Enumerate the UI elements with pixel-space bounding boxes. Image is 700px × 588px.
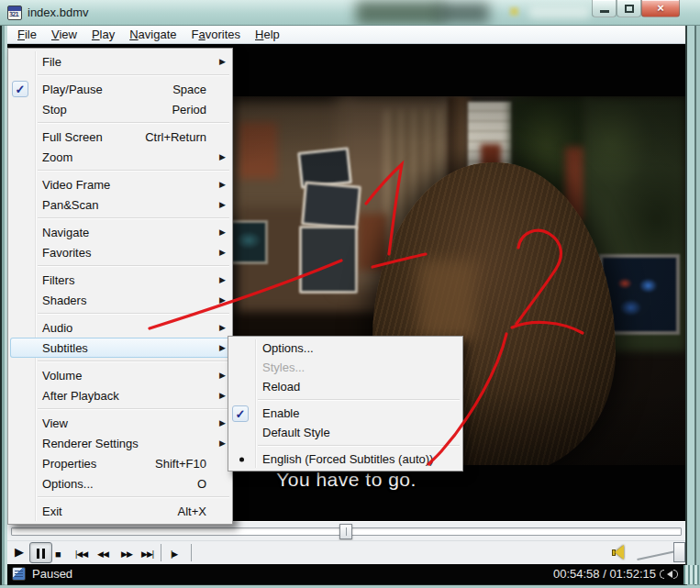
- menu-item-view[interactable]: View▶: [8, 413, 232, 433]
- menu-item-label: Navigate: [42, 226, 89, 239]
- frame-step-icon: |▶: [171, 549, 177, 559]
- app-window: 321 index.bdmv × FileViewPlayNavigateFav…: [0, 0, 700, 588]
- minimize-button[interactable]: [592, 0, 617, 17]
- titlebar-blur-decor: [510, 7, 518, 16]
- menu-item-pan-scan[interactable]: Pan&Scan▶: [8, 194, 232, 215]
- menu-item-label: Video Frame: [42, 178, 110, 192]
- menu-item-label: Options...: [262, 341, 314, 355]
- menu-item-options[interactable]: Options...O: [8, 473, 232, 494]
- titlebar-blur-decor: [528, 6, 591, 18]
- menu-item-favorites[interactable]: Favorites▶: [8, 242, 232, 262]
- menu-item-label: Favorites: [42, 246, 91, 260]
- menubar-item-view[interactable]: View: [44, 26, 84, 43]
- menu-item-filters[interactable]: Filters▶: [8, 270, 232, 290]
- menu-item-volume[interactable]: Volume▶: [8, 365, 232, 385]
- menu-item-after-playback[interactable]: After Playback▶: [8, 385, 232, 405]
- menu-item-video-frame[interactable]: Video Frame▶: [8, 174, 232, 194]
- window-controls: ×: [592, 0, 680, 17]
- pause-button[interactable]: [29, 542, 52, 563]
- menu-item-label: Subtitles: [42, 341, 88, 355]
- menubar-item-text: P: [92, 28, 100, 41]
- menu-item-label: Play/Pause: [42, 83, 103, 96]
- frame-step-button[interactable]: |▶: [171, 549, 177, 560]
- volume-icon[interactable]: [611, 545, 626, 560]
- menu-item-play-pause[interactable]: ✓Play/PauseSpace: [8, 79, 232, 99]
- submenu-arrow-icon: ▶: [216, 227, 226, 237]
- submenu-arrow-icon: ▶: [216, 180, 226, 189]
- menu-item-zoom[interactable]: Zoom▶: [8, 147, 232, 167]
- menu-separator: [38, 496, 229, 497]
- menu-item-shaders[interactable]: Shaders▶: [8, 290, 232, 310]
- play-button[interactable]: ▶: [15, 547, 24, 558]
- menubar-item-file[interactable]: File: [10, 26, 44, 43]
- menu-item-shortcut: Shift+F10: [155, 457, 206, 471]
- stop-button[interactable]: ■: [55, 549, 61, 560]
- skip-forward-icon: ▶▶|: [141, 549, 153, 559]
- menubar-item-play[interactable]: Play: [84, 26, 122, 43]
- menu-item-properties[interactable]: PropertiesShift+F10: [8, 453, 232, 473]
- menubar-item-navigate[interactable]: Navigate: [122, 26, 183, 43]
- app-icon-digits: 321: [9, 11, 20, 19]
- menu-item-label: Audio: [42, 321, 72, 335]
- menu-item-label: Reload: [262, 380, 300, 394]
- menu-item-audio[interactable]: Audio▶: [8, 317, 232, 338]
- menu-separator: [258, 445, 460, 446]
- menu-item-label: Zoom: [42, 150, 72, 164]
- menu-item-exit[interactable]: ExitAlt+X: [8, 501, 232, 521]
- mpc-app-icon[interactable]: 321: [7, 6, 22, 20]
- fast-forward-button[interactable]: ▶▶: [121, 549, 132, 560]
- submenu-arrow-icon: ▶: [216, 391, 226, 400]
- menu-separator: [38, 217, 229, 218]
- menu-item-full-screen[interactable]: Full ScreenCtrl+Return: [8, 127, 232, 147]
- menu-item-file[interactable]: File▶: [8, 51, 232, 72]
- rewind-button[interactable]: ◀◀: [97, 549, 108, 560]
- fast-forward-icon: ▶▶: [121, 549, 132, 559]
- submenu-item-enable[interactable]: ✓Enable: [228, 404, 462, 423]
- menu-item-label: View: [42, 416, 68, 430]
- audio-channels-icon: [660, 568, 680, 581]
- submenu-item-options[interactable]: Options...: [228, 338, 462, 358]
- menubar-item-text: N: [129, 28, 138, 41]
- submenu-item-default-style[interactable]: Default Style: [228, 423, 462, 442]
- toolbar-separator: [191, 544, 192, 561]
- submenu-item-styles: Styles...: [228, 358, 462, 377]
- window-border-left: [0, 26, 7, 588]
- menu-item-shortcut: O: [197, 477, 206, 491]
- menubar-item-text: elp: [263, 28, 279, 41]
- menubar-item-text: ile: [25, 28, 37, 41]
- titlebar[interactable]: 321 index.bdmv ×: [0, 0, 700, 26]
- stop-icon: ■: [55, 549, 61, 560]
- time-display: 00:54:58 / 01:52:15: [553, 564, 656, 584]
- menu-item-label: Stop: [42, 103, 67, 116]
- close-button[interactable]: ×: [641, 0, 680, 17]
- menu-item-renderer-settings[interactable]: Renderer Settings▶: [8, 433, 232, 453]
- maximize-icon: [625, 5, 634, 13]
- menu-separator: [258, 399, 460, 400]
- submenu-item-english-forced-subtitles-auto[interactable]: English (Forced Subtitles (auto)): [228, 449, 462, 469]
- submenu-arrow-icon: ▶: [216, 57, 226, 66]
- menu-item-subtitles[interactable]: Subtitles▶: [10, 338, 230, 358]
- menu-item-label: Full Screen: [42, 130, 103, 144]
- menu-item-shortcut: Period: [172, 103, 206, 116]
- window-border-bottom: [0, 584, 700, 588]
- volume-thumb[interactable]: [673, 542, 685, 562]
- maximize-button[interactable]: [617, 0, 641, 17]
- window-title: index.bdmv: [28, 0, 88, 26]
- seek-thumb[interactable]: [339, 524, 352, 539]
- menu-item-label: Properties: [42, 457, 96, 471]
- menubar-item-text: H: [255, 28, 263, 41]
- menubar-item-help[interactable]: Help: [248, 26, 287, 43]
- submenu-item-reload[interactable]: Reload: [228, 377, 462, 396]
- menu-item-label: Volume: [42, 369, 82, 383]
- menubar-item-favorites[interactable]: Favorites: [184, 26, 248, 43]
- status-bar: Paused 00:54:58 / 01:52:15: [7, 564, 685, 584]
- skip-forward-button[interactable]: ▶▶|: [141, 549, 153, 560]
- menu-item-stop[interactable]: StopPeriod: [8, 99, 232, 119]
- skip-back-button[interactable]: |◀◀: [75, 549, 87, 560]
- submenu-arrow-icon: ▶: [216, 418, 226, 427]
- menu-item-shortcut: Space: [172, 83, 206, 96]
- menu-item-navigate[interactable]: Navigate▶: [8, 222, 232, 242]
- resize-grip[interactable]: [683, 565, 699, 584]
- menubar-item-text: a: [198, 28, 205, 41]
- menu-separator: [38, 408, 229, 409]
